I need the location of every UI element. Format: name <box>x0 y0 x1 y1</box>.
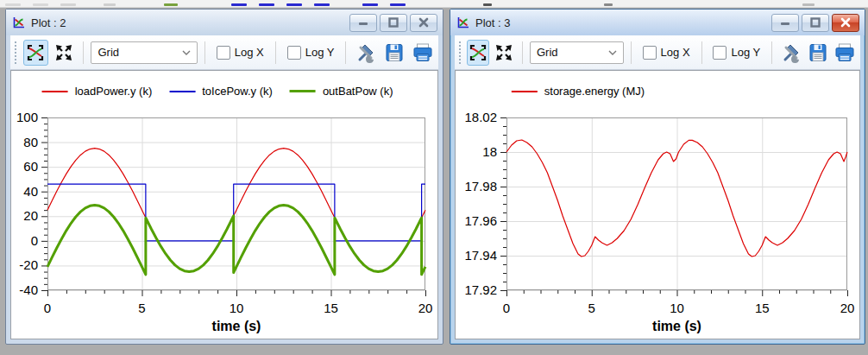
save-button[interactable] <box>381 40 406 66</box>
auto-scale-button[interactable] <box>23 40 48 66</box>
svg-text:18.02: 18.02 <box>464 110 497 124</box>
plot-toolbar: Grid Log X Log Y <box>10 35 438 70</box>
plot-toolbar: Grid Log X Log Y <box>455 35 860 70</box>
svg-text:100: 100 <box>16 110 38 124</box>
x-axis-title: time (s) <box>652 319 701 333</box>
setup-button[interactable] <box>353 40 378 66</box>
log-x-checkbox[interactable]: Log X <box>643 46 690 60</box>
log-y-label: Log Y <box>731 46 760 59</box>
svg-text:10: 10 <box>670 301 684 315</box>
auto-scale-icon <box>25 42 46 63</box>
log-y-label: Log Y <box>305 46 335 59</box>
legend-item: loadPower.y (k) <box>42 85 153 98</box>
plot-canvas[interactable]: storage.energy (MJ) 17.9217.9417.9617.98… <box>456 71 859 339</box>
axis-ticks <box>500 118 848 297</box>
log-x-checkbox[interactable]: Log X <box>217 46 264 60</box>
grid-lines <box>506 117 847 291</box>
window-title: Plot : 3 <box>475 16 510 29</box>
save-icon <box>384 42 405 63</box>
minimize-icon <box>358 17 368 28</box>
checkbox-box <box>287 46 301 60</box>
save-icon <box>808 42 828 63</box>
titlebar[interactable]: Plot : 2 <box>6 10 443 35</box>
setup-button[interactable] <box>779 40 803 66</box>
legend-label: loadPower.y (k) <box>75 85 153 98</box>
x-tick-labels: 05101520 <box>44 301 433 315</box>
toolbar-separator <box>345 41 346 64</box>
grid-dropdown[interactable]: Grid <box>530 41 624 64</box>
plot-window-icon <box>456 16 470 30</box>
legend-label: toIcePow.y (k) <box>202 85 273 98</box>
fit-in-view-button[interactable] <box>493 40 515 66</box>
svg-text:17.96: 17.96 <box>464 213 497 228</box>
window-title: Plot : 2 <box>31 16 66 29</box>
maximize-button[interactable] <box>380 14 407 32</box>
svg-text:5: 5 <box>138 301 145 315</box>
fit-in-view-icon <box>53 42 74 63</box>
fit-in-view-button[interactable] <box>52 40 77 66</box>
print-button[interactable] <box>410 40 435 66</box>
svg-text:18: 18 <box>482 144 497 159</box>
maximize-icon <box>388 17 399 28</box>
checkbox-box <box>217 46 230 60</box>
svg-text:10: 10 <box>230 301 244 315</box>
plot-content: loadPower.y (k)toIcePow.y (k)outBatPow (… <box>10 70 438 339</box>
auto-scale-icon <box>468 42 488 63</box>
legend-item: toIcePow.y (k) <box>169 85 273 98</box>
toolbar-separator <box>522 41 523 64</box>
svg-text:20: 20 <box>418 301 433 315</box>
plot-window-2: Plot : 2 <box>5 9 443 345</box>
save-button[interactable] <box>807 40 829 66</box>
plot-legend: storage.energy (MJ) <box>512 85 645 98</box>
plot-canvas[interactable]: loadPower.y (k)toIcePow.y (k)outBatPow (… <box>11 71 437 339</box>
svg-text:20: 20 <box>23 208 38 223</box>
maximize-button[interactable] <box>802 14 829 32</box>
close-button[interactable] <box>410 14 437 32</box>
close-button[interactable] <box>832 14 859 32</box>
grid-dropdown-value: Grid <box>537 46 558 59</box>
legend-line-sample <box>290 90 316 92</box>
plot-window-icon <box>11 16 26 30</box>
app-toolbar-sliver <box>0 0 868 8</box>
svg-text:0: 0 <box>31 233 38 248</box>
y-tick-labels: 17.9217.9417.9617.981818.02 <box>464 110 497 297</box>
legend-line-sample <box>169 91 195 92</box>
fit-in-view-icon <box>494 42 514 63</box>
svg-text:17.92: 17.92 <box>464 282 497 297</box>
setup-tools-icon <box>780 41 802 64</box>
auto-scale-button[interactable] <box>467 40 489 66</box>
titlebar[interactable]: Plot : 3 <box>450 10 865 35</box>
plot-legend: loadPower.y (k)toIcePow.y (k)outBatPow (… <box>42 85 393 98</box>
svg-text:15: 15 <box>324 301 338 315</box>
chart-svg[interactable]: 17.9217.9417.9617.981818.0205101520time … <box>457 109 856 335</box>
svg-text:17.98: 17.98 <box>464 179 497 193</box>
toolbar-separator <box>204 41 205 64</box>
svg-text:-20: -20 <box>19 257 38 272</box>
toolbar-separator <box>275 41 276 64</box>
svg-text:5: 5 <box>588 301 595 315</box>
toolbar-separator <box>701 41 702 64</box>
toolbar-drag-handle[interactable] <box>458 41 462 65</box>
toolbar-drag-handle[interactable] <box>14 41 18 65</box>
chart-svg[interactable]: -40-2002040608010005101520time (s) <box>13 109 434 335</box>
close-icon <box>418 17 429 28</box>
print-icon <box>412 42 434 63</box>
setup-tools-icon <box>355 41 377 64</box>
grid-dropdown-value: Grid <box>97 46 119 59</box>
x-axis-title: time (s) <box>212 319 261 333</box>
legend-line-sample <box>512 91 538 92</box>
log-y-checkbox[interactable]: Log Y <box>713 46 760 60</box>
print-button[interactable] <box>833 40 857 66</box>
log-y-checkbox[interactable]: Log Y <box>287 46 335 60</box>
x-tick-labels: 05101520 <box>503 301 855 315</box>
toolbar-separator <box>631 41 632 64</box>
svg-text:80: 80 <box>23 135 38 149</box>
minimize-button[interactable] <box>349 14 377 32</box>
chevron-down-icon <box>182 50 191 55</box>
minimize-button[interactable] <box>771 14 799 32</box>
svg-text:-40: -40 <box>19 282 38 297</box>
y-tick-labels: -40-20020406080100 <box>16 110 38 297</box>
legend-item: storage.energy (MJ) <box>512 85 645 98</box>
grid-dropdown[interactable]: Grid <box>91 41 197 64</box>
log-x-label: Log X <box>235 46 264 59</box>
